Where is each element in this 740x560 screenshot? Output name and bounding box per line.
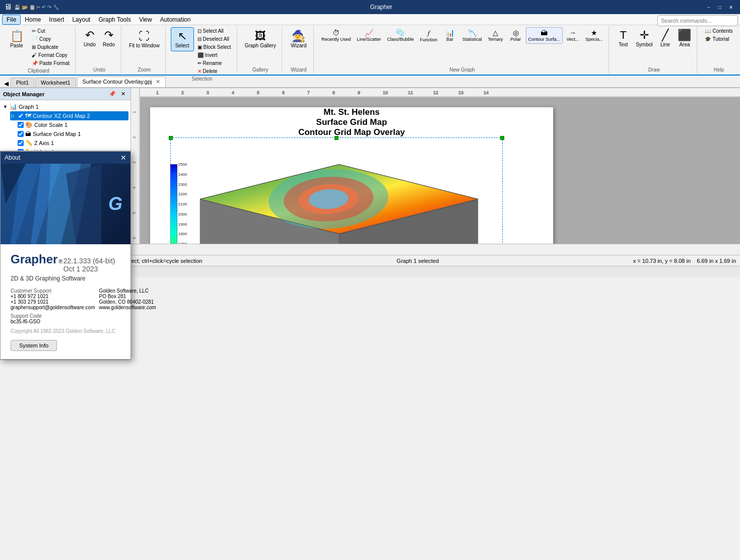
- text-button[interactable]: T Text: [614, 27, 632, 49]
- about-dialog-close-button[interactable]: ✕: [120, 154, 126, 162]
- bar-button[interactable]: 📊 Bar: [441, 27, 459, 44]
- area-button[interactable]: ⬛ Area: [675, 27, 694, 49]
- document-tabs: ◀ Plot1 Worksheet1 Surface Contour Overl…: [0, 76, 740, 88]
- ribbon: 📋 Paste ✂ Cut 📄 Copy ⊞ Duplicate 🖌: [0, 25, 740, 76]
- tab-plot1[interactable]: Plot1: [11, 78, 34, 87]
- block-select-button[interactable]: ▣ Block Select: [195, 43, 234, 51]
- copy-button[interactable]: 📄 Copy: [29, 35, 72, 43]
- minimize-button[interactable]: −: [704, 3, 714, 11]
- menu-insert[interactable]: Insert: [45, 15, 68, 24]
- tree-item-z-axis[interactable]: 📏 Z Axis 1: [10, 138, 128, 148]
- object-manager-header: Object Manager 📌 ✕: [0, 88, 130, 100]
- object-manager-pin-button[interactable]: 📌: [107, 90, 118, 98]
- menu-view[interactable]: View: [135, 15, 156, 24]
- symbol-button[interactable]: ✛ Symbol: [633, 27, 655, 49]
- tree-item-color-scale[interactable]: 🎨 Color Scale 1: [10, 120, 128, 129]
- function-button[interactable]: 𝑓 Function: [417, 27, 440, 44]
- svg-text:5: 5: [132, 212, 137, 214]
- tree-item-contour-xz[interactable]: ▷ 🗺 Contour XZ Grid Map 2: [10, 111, 128, 120]
- object-manager-close-button[interactable]: ✕: [119, 90, 127, 98]
- tutorial-button[interactable]: 🎓 Tutorial: [702, 35, 735, 43]
- special-icon: ★: [591, 29, 597, 37]
- ribbon-group-zoom: ⛶ Fit to Window Zoom: [123, 26, 166, 74]
- polar-button[interactable]: ◎ Polar: [507, 27, 525, 44]
- ribbon-group-undo: ↶ Undo ↷ Redo Undo: [78, 26, 121, 74]
- graph-title-line2: Surface Grid Map: [150, 117, 553, 127]
- cut-button[interactable]: ✂ Cut: [29, 27, 72, 35]
- statistical-button[interactable]: 📉 Statistical: [460, 27, 485, 44]
- contents-button[interactable]: 📖 Contents: [702, 27, 735, 35]
- left-panel: Object Manager 📌 ✕ ▼ 📊 Graph 1 ▷ 🗺 Conto…: [0, 88, 131, 244]
- tab-surface-contour[interactable]: Surface Contour Overlay.gpj ✕: [77, 77, 166, 87]
- banner-logo: G: [108, 193, 122, 215]
- surface-grid-checkbox[interactable]: [18, 131, 24, 137]
- svg-text:1: 1: [156, 90, 159, 95]
- wizard-button[interactable]: 🧙 Wizard: [287, 27, 310, 51]
- tree-item-y-axis[interactable]: 📏 Y Axis 1: [10, 148, 128, 151]
- duplicate-button[interactable]: ⊞ Duplicate: [29, 43, 72, 51]
- support-label: Customer Support: [11, 288, 95, 294]
- clipboard-label: Clipboard: [5, 67, 72, 74]
- tree-item-graph1[interactable]: ▼ 📊 Graph 1: [2, 102, 128, 111]
- support-code: bc35-f6-GSO: [11, 319, 95, 324]
- svg-text:5: 5: [257, 90, 259, 95]
- search-input[interactable]: [657, 15, 738, 26]
- tree-item-surface-grid[interactable]: 🏔 Surface Grid Map 1: [10, 129, 128, 138]
- function-icon: 𝑓: [428, 29, 430, 37]
- rename-button[interactable]: ✏ Rename: [195, 59, 234, 67]
- line-scatter-button[interactable]: 📈 Line/Scatter: [354, 27, 383, 44]
- invert-button[interactable]: ⬛ Invert: [195, 51, 234, 59]
- redo-button[interactable]: ↷ Redo: [100, 27, 118, 49]
- undo-button[interactable]: ↶ Undo: [81, 27, 99, 49]
- vector-button[interactable]: → Vect...: [564, 27, 582, 44]
- graph-plot[interactable]: LCDWP.COM 400 800 558000 560000 562000 5…: [170, 137, 533, 244]
- fit-to-window-icon: ⛶: [139, 30, 150, 43]
- contour-xz-checkbox[interactable]: [18, 113, 24, 119]
- canvas-area[interactable]: 1 2 3 4 5 6 7 8 9 10 11 12 13 14: [131, 88, 740, 244]
- contour-surface-button[interactable]: 🏔 Contour Surfa...: [526, 27, 563, 44]
- page-canvas[interactable]: Mt. St. Helens Surface Grid Map Contour …: [150, 107, 553, 244]
- menu-graph-tools[interactable]: Graph Tools: [94, 15, 134, 24]
- special-button[interactable]: ★ Specia...: [583, 27, 606, 44]
- menu-automation[interactable]: Automation: [156, 15, 195, 24]
- paste-button[interactable]: 📋 Paste: [5, 27, 28, 51]
- delete-button[interactable]: ✕ Delete: [195, 67, 234, 75]
- deselect-all-button[interactable]: ⊟ Deselect All: [195, 35, 234, 43]
- undo-icon: ↶: [85, 29, 94, 42]
- system-info-button[interactable]: System Info: [11, 340, 57, 351]
- y-axis-checkbox[interactable]: [18, 149, 24, 151]
- ribbon-group-selection: ↖ Select ⊡ Select All ⊟ Deselect All ▣ B…: [168, 26, 237, 74]
- line-button[interactable]: ╱ Line: [656, 27, 674, 49]
- canvas-content[interactable]: Mt. St. Helens Surface Grid Map Contour …: [140, 97, 740, 244]
- product-version: 22.1.333 (64-bit) Oct 1 2023: [63, 257, 120, 273]
- status-right: x = 10.73 in, y = 8.08 in 6.69 in x 1.69…: [633, 258, 736, 264]
- ternary-button[interactable]: △ Ternary: [486, 27, 506, 44]
- class-bubble-button[interactable]: 🫧 Class/Bubble: [384, 27, 416, 44]
- polar-icon: ◎: [513, 29, 519, 37]
- paste-format-button[interactable]: 📌 Paste Format: [29, 59, 72, 67]
- tab-nav-back[interactable]: ◀: [2, 80, 11, 87]
- tab-worksheet1[interactable]: Worksheet1: [35, 78, 76, 87]
- svg-text:1800: 1800: [178, 232, 187, 236]
- select-all-button[interactable]: ⊡ Select All: [195, 27, 234, 35]
- menu-file[interactable]: File: [2, 15, 21, 25]
- menu-layout[interactable]: Layout: [68, 15, 94, 24]
- color-scale-checkbox[interactable]: [18, 122, 24, 128]
- svg-text:2100: 2100: [178, 202, 187, 206]
- graph-gallery-button[interactable]: 🖼 Graph Gallery: [242, 27, 279, 51]
- support-phone2: +1 303 279 1021: [11, 299, 95, 305]
- paste-format-icon: 📌: [32, 60, 38, 66]
- maximize-button[interactable]: □: [715, 3, 725, 11]
- block-select-icon: ▣: [197, 44, 202, 50]
- close-button[interactable]: ✕: [726, 3, 736, 11]
- format-copy-button[interactable]: 🖌 Format Copy: [29, 51, 72, 59]
- select-button[interactable]: ↖ Select: [171, 27, 194, 51]
- fit-to-window-button[interactable]: ⛶ Fit to Window: [126, 27, 162, 51]
- tab-close-icon[interactable]: ✕: [156, 79, 160, 85]
- z-axis-checkbox[interactable]: [18, 140, 24, 146]
- recently-used-button[interactable]: ⏱ Recently Used: [319, 27, 354, 44]
- copy-icon: 📄: [32, 36, 38, 42]
- text-icon: T: [620, 29, 626, 42]
- menu-home[interactable]: Home: [21, 15, 45, 24]
- support-email: graphersupport@goldensoftware.com: [11, 305, 95, 310]
